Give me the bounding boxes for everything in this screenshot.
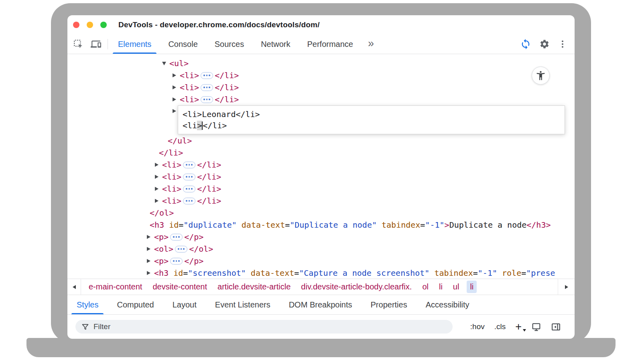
code-attr-value: "duplicate": [183, 220, 236, 230]
tree-row[interactable]: <p></p>: [67, 255, 575, 267]
expand-arrow-right-icon[interactable]: [173, 97, 180, 101]
expand-arrow-right-icon[interactable]: [147, 271, 154, 275]
breadcrumb-item[interactable]: li: [439, 282, 443, 291]
code-text: =: [473, 268, 478, 278]
dock-sidebar-icon[interactable]: [551, 322, 561, 332]
zoom-button[interactable]: [100, 22, 107, 28]
expand-arrow-down-icon[interactable]: [162, 62, 169, 65]
close-button[interactable]: [73, 22, 79, 28]
styles-filter-bar: :hov .cls +: [67, 314, 575, 339]
sidebar-tab-event-listeners[interactable]: Event Listeners: [206, 295, 280, 314]
minimize-button[interactable]: [87, 22, 93, 28]
tree-row[interactable]: </ol>: [67, 207, 575, 219]
sync-icon[interactable]: [520, 38, 531, 50]
tree-row[interactable]: <ul>: [67, 57, 575, 69]
breadcrumb-item[interactable]: article.devsite-article: [217, 282, 291, 291]
expand-arrow-right-icon[interactable]: [173, 85, 180, 89]
breadcrumb-item[interactable]: ul: [453, 282, 459, 291]
code-tag: </p>: [184, 232, 203, 242]
inspect-icon[interactable]: [73, 39, 83, 49]
more-options-icon[interactable]: [558, 39, 567, 49]
breadcrumb-scroll-right-button[interactable]: [558, 279, 575, 295]
tree-row[interactable]: <li></li>: [67, 171, 575, 183]
expand-inline-button[interactable]: [183, 174, 195, 180]
code-attr-value: "-1": [478, 268, 497, 278]
expand-arrow-right-icon[interactable]: [155, 187, 162, 191]
tree-row[interactable]: <li></li>: [67, 183, 575, 195]
tree-row[interactable]: <li>Leonard</li><li></li>: [67, 105, 575, 135]
expand-arrow-right-icon[interactable]: [147, 247, 154, 251]
breadcrumb-item[interactable]: devsite-content: [152, 282, 207, 291]
element-classes-button[interactable]: .cls: [494, 322, 506, 331]
expand-inline-button[interactable]: [201, 72, 213, 79]
settings-gear-icon[interactable]: [539, 39, 550, 49]
sidebar-tab-styles[interactable]: Styles: [67, 295, 108, 314]
device-toolbar-icon[interactable]: [91, 39, 101, 49]
sidebar-tab-layout[interactable]: Layout: [163, 295, 206, 314]
tree-row[interactable]: <h3 id="screenshot" data-text="Capture a…: [67, 267, 575, 279]
accessibility-button[interactable]: [532, 67, 550, 85]
code-tag: <li>: [180, 71, 199, 80]
breadcrumb-item[interactable]: li: [467, 281, 477, 293]
tree-row[interactable]: <li></li>: [67, 93, 575, 105]
tab-performance[interactable]: Performance: [299, 34, 362, 54]
expand-arrow-right-icon[interactable]: [155, 199, 162, 203]
window-controls: [73, 15, 107, 34]
tree-row[interactable]: <li></li>: [67, 81, 575, 93]
dom-tree: <li><ul><li></li><li></li><li></li><li>L…: [67, 54, 575, 279]
tab-elements[interactable]: Elements: [110, 34, 160, 54]
triangle-icon: [147, 235, 150, 239]
tree-row[interactable]: <p></p>: [67, 231, 575, 243]
new-style-rule-button[interactable]: +: [515, 322, 522, 332]
expand-inline-button[interactable]: [183, 162, 195, 168]
sidebar-tab-dom-breakpoints[interactable]: DOM Breakpoints: [280, 295, 362, 314]
expand-inline-button[interactable]: [183, 198, 195, 204]
breadcrumb-item[interactable]: div.devsite-article-body.clearfix.: [301, 282, 412, 291]
expand-inline-button[interactable]: [201, 96, 213, 103]
expand-inline-button[interactable]: [175, 246, 187, 253]
edit-as-html-box[interactable]: <li>Leonard</li><li></li>: [178, 105, 565, 134]
expand-inline-button[interactable]: [170, 258, 183, 265]
filter-field[interactable]: [75, 320, 453, 334]
sidebar-tab-properties[interactable]: Properties: [362, 295, 416, 314]
tree-row[interactable]: <li></li>: [67, 69, 575, 81]
expand-arrow-right-icon[interactable]: [147, 235, 154, 239]
expand-inline-button[interactable]: [201, 84, 213, 91]
more-tabs-button[interactable]: »: [362, 34, 380, 54]
code-attr-name: tabindex: [382, 220, 420, 230]
tree-row[interactable]: </ul>: [67, 135, 575, 147]
title-bar: DevTools - developer.chrome.com/docs/dev…: [67, 15, 575, 34]
code-text: Duplicate a node: [449, 220, 527, 230]
code-attr-name: data-text: [251, 268, 294, 278]
tree-row[interactable]: </li>: [67, 147, 575, 159]
rendering-monitor-icon[interactable]: [531, 322, 541, 332]
chevron-right-icon: [565, 285, 568, 289]
tree-row[interactable]: <h3 id="duplicate" data-text="Duplicate …: [67, 219, 575, 231]
code-tag: </ul>: [168, 136, 192, 146]
tree-row[interactable]: <li></li>: [67, 195, 575, 207]
expand-arrow-right-icon[interactable]: [155, 163, 162, 167]
code-tag: </li>: [215, 95, 239, 104]
toggle-element-state-button[interactable]: :hov: [470, 322, 485, 331]
tab-network[interactable]: Network: [252, 34, 299, 54]
sidebar-tab-accessibility[interactable]: Accessibility: [416, 295, 479, 314]
filter-input[interactable]: [93, 322, 447, 331]
tab-console[interactable]: Console: [160, 34, 206, 54]
breadcrumb-scroll-left-button[interactable]: [67, 279, 81, 295]
expand-arrow-right-icon[interactable]: [147, 259, 154, 263]
tree-row[interactable]: <li>: [67, 54, 575, 57]
breadcrumb-item[interactable]: e-main-content: [89, 282, 142, 291]
expand-arrow-right-icon[interactable]: [155, 175, 162, 179]
expand-inline-button[interactable]: [183, 186, 195, 192]
tab-sources[interactable]: Sources: [206, 34, 252, 54]
code-text: [237, 220, 242, 230]
breadcrumb-item[interactable]: ol: [422, 282, 429, 291]
tree-row[interactable]: <li></li>: [67, 159, 575, 171]
tree-row[interactable]: <ol></ol>: [67, 243, 575, 255]
triangle-icon: [147, 247, 150, 251]
expand-arrow-right-icon[interactable]: [173, 73, 180, 77]
sidebar-tab-computed[interactable]: Computed: [108, 295, 163, 314]
expand-inline-button[interactable]: [170, 234, 183, 241]
code-tag: <p>: [154, 232, 169, 242]
chevron-left-icon: [73, 285, 76, 289]
